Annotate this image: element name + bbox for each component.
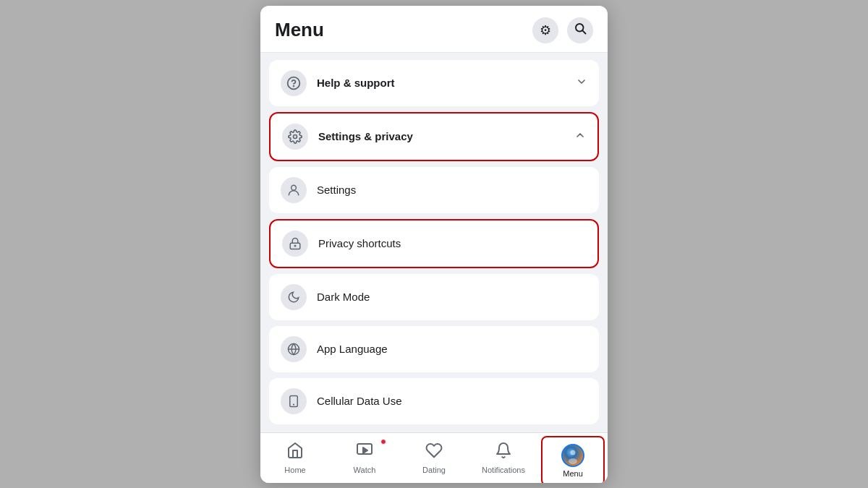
settings-item[interactable]: Settings <box>269 167 599 213</box>
dating-icon <box>425 442 443 463</box>
notifications-label: Notifications <box>482 466 525 474</box>
home-label: Home <box>284 466 305 474</box>
svg-line-1 <box>582 30 585 33</box>
svg-marker-13 <box>363 448 367 453</box>
search-icon-button[interactable] <box>567 17 593 43</box>
cellular-data-label: Cellular Data Use <box>317 395 587 407</box>
cellular-data-item[interactable]: Cellular Data Use <box>269 378 599 424</box>
header: Menu ⚙ <box>260 6 608 53</box>
dating-label: Dating <box>422 466 446 474</box>
watch-notification-dot <box>380 439 386 445</box>
privacy-shortcuts-wrapper: Privacy shortcuts 3 <box>269 219 599 268</box>
settings-icon-button[interactable]: ⚙ <box>532 17 558 43</box>
help-chevron-icon <box>576 76 587 90</box>
settings-privacy-chevron <box>574 129 586 144</box>
settings-privacy-icon <box>282 124 308 150</box>
settings-privacy-row[interactable]: Settings & privacy <box>269 112 599 161</box>
help-icon <box>281 70 307 96</box>
tab-home[interactable]: Home <box>260 433 330 483</box>
menu-content: Help & support Settings & privacy <box>260 53 608 432</box>
watch-icon <box>356 442 373 463</box>
menu-avatar <box>561 444 584 467</box>
settings-item-label: Settings <box>317 184 587 196</box>
tab-menu[interactable]: Menu <box>541 436 605 483</box>
settings-privacy-section: Settings & privacy 2 <box>269 112 599 424</box>
tab-watch[interactable]: Watch <box>330 433 399 483</box>
app-language-icon <box>281 336 307 362</box>
search-icon <box>574 22 587 38</box>
privacy-shortcuts-item[interactable]: Privacy shortcuts <box>269 219 599 268</box>
svg-point-15 <box>571 450 576 455</box>
tab-dating[interactable]: Dating <box>399 433 469 483</box>
page-title: Menu <box>275 19 324 41</box>
menu-label: Menu <box>563 469 583 478</box>
notifications-icon <box>495 442 512 463</box>
watch-label: Watch <box>354 466 376 474</box>
dark-mode-label: Dark Mode <box>317 291 587 303</box>
svg-point-7 <box>294 245 296 247</box>
settings-item-icon <box>281 177 307 203</box>
svg-point-3 <box>294 85 294 86</box>
svg-point-4 <box>294 134 297 138</box>
privacy-shortcuts-icon <box>282 231 308 257</box>
gear-icon: ⚙ <box>540 22 551 38</box>
dark-mode-icon <box>281 284 307 310</box>
header-icons: ⚙ <box>532 17 593 43</box>
phone-frame: Menu ⚙ <box>260 6 608 483</box>
cellular-data-icon <box>281 388 307 414</box>
app-language-label: App Language <box>317 343 587 355</box>
svg-point-16 <box>569 458 577 464</box>
privacy-shortcuts-label: Privacy shortcuts <box>318 237 586 249</box>
settings-privacy-label: Settings & privacy <box>318 130 564 142</box>
svg-point-5 <box>292 185 297 190</box>
home-icon <box>286 442 304 463</box>
dark-mode-item[interactable]: Dark Mode <box>269 274 599 320</box>
tab-notifications[interactable]: Notifications <box>469 433 538 483</box>
tab-bar: Home Watch Dating <box>260 432 608 483</box>
settings-sub-items: Settings Privacy shortcuts <box>269 167 599 424</box>
help-support-label: Help & support <box>317 77 566 89</box>
tab-menu-wrapper: Menu 1 <box>538 433 608 483</box>
help-support-row[interactable]: Help & support <box>269 60 599 106</box>
app-language-item[interactable]: App Language <box>269 326 599 372</box>
